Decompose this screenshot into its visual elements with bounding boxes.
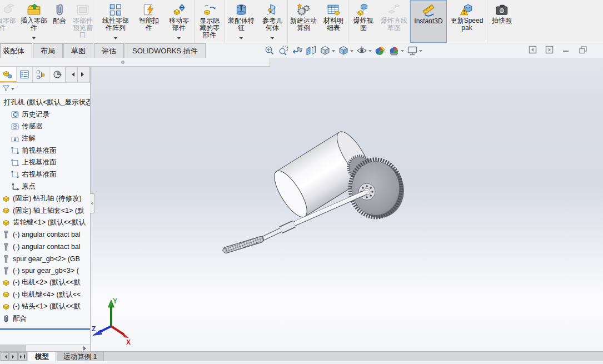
section-view-icon[interactable] — [305, 45, 317, 56]
command-manager-toolbar: 编辑零部件 插入零部件 配合 零部件预览窗口 线性零部件阵列 智能扣件 — [0, 0, 603, 43]
component-preview-button[interactable]: 零部件预览窗口 — [69, 0, 97, 43]
tree-item-drill-shaft[interactable]: (固定) 钻孔轴 (待修改) — [0, 193, 90, 205]
chevron-down-icon[interactable] — [419, 50, 422, 54]
tree-item-mates[interactable]: 配合 — [0, 313, 90, 325]
smart-fasteners-button[interactable]: 智能扣件 — [134, 0, 164, 43]
previous-view-icon[interactable] — [291, 45, 303, 56]
scroll-tabs-left-button[interactable] — [66, 67, 78, 82]
bill-of-materials-button[interactable]: 材料明细表 — [319, 0, 348, 43]
dropdown-caret[interactable] — [32, 37, 36, 41]
tree-horizontal-scrollbar[interactable] — [0, 344, 90, 351]
instant3d-button[interactable]: Instant3D — [410, 0, 447, 43]
tree-item-sensors[interactable]: 传感器 — [0, 121, 90, 133]
mate-button[interactable]: 配合 — [50, 0, 69, 43]
insert-component-icon — [27, 2, 41, 17]
view-settings-icon[interactable] — [406, 45, 423, 56]
exploded-view-button[interactable]: 爆炸视图 — [348, 0, 378, 43]
tree-item-gear-key[interactable]: 齿轮键<1> (默认<<默认 — [0, 217, 90, 229]
tree-item-spur-gear-2[interactable]: spur gear_gb<2> (GB — [0, 253, 90, 265]
tree-item-drill-bit[interactable]: (-) 钻头<1> (默认<<默 — [0, 301, 90, 313]
tree-item-shaft-sleeve[interactable]: (固定) 轴上轴套<1> (默 — [0, 205, 90, 217]
tree-item-annotations[interactable]: 注解 — [0, 133, 90, 145]
tree-item-right-plane[interactable]: 右视基准面 — [0, 169, 90, 181]
show-hidden-components-button[interactable]: 显示隐藏的零部件 — [195, 0, 225, 43]
tab-displaymanager[interactable] — [49, 67, 66, 82]
chevron-down-icon[interactable] — [332, 50, 335, 54]
tree-item-spur-gear-3[interactable]: (-) spur gear_gb<3> ( — [0, 265, 90, 277]
tree-item-origin[interactable]: 原点 — [0, 181, 90, 193]
restore-window-icon[interactable] — [579, 46, 587, 54]
dropdown-caret[interactable] — [114, 37, 117, 41]
explode-line-sketch-button[interactable]: 爆炸直线草图 — [378, 0, 410, 43]
minimize-icon[interactable] — [562, 46, 570, 54]
zoom-to-fit-icon[interactable] — [263, 45, 276, 56]
move-component-button[interactable]: 移动零部件 — [164, 0, 195, 43]
tab-model[interactable]: 模型 — [28, 352, 56, 361]
edit-component-button[interactable]: 编辑零部件 — [0, 0, 18, 43]
scrollbar-right-arrow[interactable] — [82, 345, 89, 351]
tab-evaluate[interactable]: 评估 — [94, 43, 124, 58]
scrollbar-thumb[interactable] — [0, 345, 26, 351]
tree-item-motor[interactable]: (-) 电机<2> (默认<<默 — [0, 277, 90, 289]
filter-funnel-icon[interactable] — [2, 84, 10, 92]
tab-assembly[interactable]: 装配体 — [0, 43, 32, 58]
dropdown-caret[interactable] — [271, 37, 274, 41]
tab-configurationmanager[interactable] — [33, 67, 49, 82]
nav-prev-button[interactable] — [1, 352, 9, 361]
history-icon — [11, 110, 19, 119]
insert-component-button[interactable]: 插入零部件 — [18, 0, 50, 43]
button-label: 零部件预览窗口 — [71, 17, 94, 39]
hide-show-items-icon[interactable] — [356, 45, 372, 56]
dropdown-caret[interactable] — [240, 37, 243, 41]
explode-line-sketch-icon — [387, 2, 401, 17]
chevron-down-icon[interactable] — [368, 50, 372, 54]
annotations-icon — [11, 134, 19, 143]
tab-solidworks-addins[interactable]: SOLIDWORKS 插件 — [124, 43, 206, 58]
rollback-bar[interactable] — [0, 328, 90, 330]
update-speedpak-button[interactable]: 更新Speedpak — [447, 0, 487, 43]
button-label: 线性零部件阵列 — [99, 17, 132, 32]
nav-next-button[interactable] — [9, 352, 18, 361]
tree-item-front-plane[interactable]: 前视基准面 — [0, 144, 90, 157]
new-motion-study-button[interactable]: 新建运动算例 — [288, 0, 319, 43]
take-snapshot-button[interactable]: 拍快照 — [487, 0, 516, 43]
assembly-features-button[interactable]: 装配体特征 — [225, 0, 257, 43]
tab-layout[interactable]: 布局 — [33, 43, 63, 58]
nav-last-button[interactable] — [18, 352, 27, 361]
tab-propertymanager[interactable] — [17, 67, 33, 82]
mate-icon — [52, 2, 67, 17]
tab-sketch[interactable]: 草图 — [63, 43, 93, 58]
panel-tabs — [0, 67, 90, 83]
tree-item-motor-key[interactable]: (-) 电机键<4> (默认<< — [0, 289, 90, 301]
linear-component-pattern-button[interactable]: 线性零部件阵列 — [97, 0, 134, 43]
chevron-down-icon[interactable] — [350, 50, 353, 54]
tree-item-history[interactable]: 历史记录 — [0, 109, 90, 121]
bill-of-materials-icon — [326, 2, 341, 17]
dropdown-caret[interactable] — [177, 37, 181, 41]
exploded-view-icon — [356, 2, 371, 17]
tree-item-root-assembly[interactable]: 打孔机 (默认<默认_显示状态 — [0, 97, 90, 109]
assembly-features-icon — [234, 2, 248, 17]
toolbox-part-icon — [2, 242, 11, 251]
tree-item-top-plane[interactable]: 上视基准面 — [0, 157, 90, 169]
tab-featuremanager-tree[interactable] — [0, 67, 17, 82]
tab-motion-study-1[interactable]: 运动算例 1 — [56, 352, 104, 361]
reference-geometry-button[interactable]: 参考几何体 — [257, 0, 288, 43]
collapse-left-pane-icon[interactable] — [529, 46, 537, 54]
heads-up-view-toolbar — [263, 44, 423, 57]
filter-caret-icon[interactable] — [11, 88, 14, 92]
panel-splitter-dot[interactable] — [121, 61, 124, 64]
scroll-tabs-right-button[interactable] — [78, 67, 89, 82]
tree-item-bearing-2[interactable]: (-) angular contact bal — [0, 241, 90, 253]
show-hidden-components-icon — [202, 2, 217, 17]
view-orientation-icon[interactable] — [319, 45, 336, 56]
feature-tree: 打孔机 (默认<默认_显示状态 历史记录 传感器 注解 前视基准面 上视基准面 … — [0, 94, 90, 325]
apply-scene-icon[interactable] — [388, 45, 405, 56]
tree-item-bearing-1[interactable]: (-) angular contact bal — [0, 229, 90, 241]
edit-appearance-icon[interactable] — [374, 45, 386, 56]
chevron-down-icon[interactable] — [401, 50, 404, 54]
collapse-right-pane-icon[interactable] — [545, 46, 554, 54]
zoom-to-area-icon[interactable] — [277, 45, 290, 56]
display-style-icon[interactable] — [337, 45, 354, 56]
panel-collapse-handle[interactable] — [90, 193, 95, 213]
